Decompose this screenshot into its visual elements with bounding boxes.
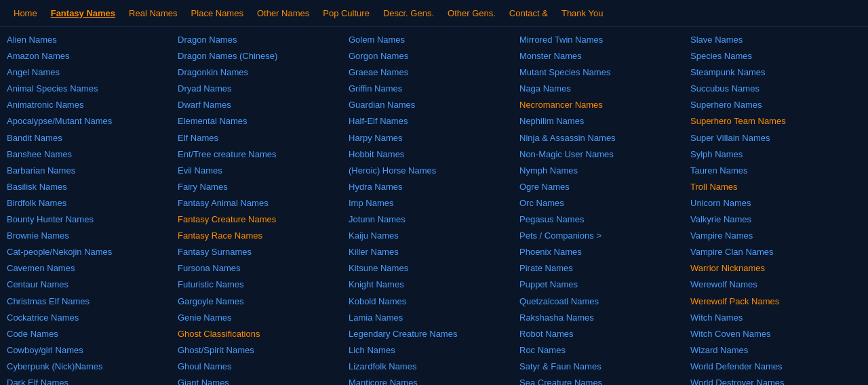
link-species-names[interactable]: Species Names bbox=[690, 49, 861, 64]
link-cockatrice-names[interactable]: Cockatrice Names bbox=[7, 310, 178, 325]
link-dark-elf-names[interactable]: Dark Elf Names bbox=[7, 376, 178, 385]
link-dryad-names[interactable]: Dryad Names bbox=[178, 81, 349, 96]
link-animatronic-names[interactable]: Animatronic Names bbox=[7, 98, 178, 113]
link-code-names[interactable]: Code Names bbox=[7, 327, 178, 342]
nav-item-contact-&[interactable]: Contact & bbox=[502, 8, 555, 18]
link-superhero-team-names[interactable]: Superhero Team Names bbox=[690, 114, 861, 129]
link-succubus-names[interactable]: Succubus Names bbox=[690, 81, 861, 96]
link-killer-names[interactable]: Killer Names bbox=[349, 245, 519, 260]
link-animal-species-names[interactable]: Animal Species Names bbox=[7, 81, 178, 96]
link-robot-names[interactable]: Robot Names bbox=[519, 327, 690, 342]
link-jotunn-names[interactable]: Jotunn Names bbox=[349, 212, 519, 227]
link-lizardfolk-names[interactable]: Lizardfolk Names bbox=[349, 359, 519, 374]
nav-item-real-names[interactable]: Real Names bbox=[122, 8, 184, 18]
link-legendary-creature-names[interactable]: Legendary Creature Names bbox=[349, 327, 519, 342]
link-dragon-names[interactable]: Dragon Names bbox=[178, 33, 349, 47]
link-warrior-nicknames[interactable]: Warrior Nicknames bbox=[690, 261, 861, 276]
link-hydra-names[interactable]: Hydra Names bbox=[349, 180, 519, 195]
link-birdfolk-names[interactable]: Birdfolk Names bbox=[7, 196, 178, 211]
link-amazon-names[interactable]: Amazon Names bbox=[7, 49, 178, 64]
link-ninja-&-assassin-names[interactable]: Ninja & Assassin Names bbox=[519, 131, 690, 146]
nav-item-home[interactable]: Home bbox=[7, 8, 44, 18]
link-hobbit-names[interactable]: Hobbit Names bbox=[349, 147, 519, 162]
link-harpy-names[interactable]: Harpy Names bbox=[349, 131, 519, 146]
link-lamia-names[interactable]: Lamia Names bbox=[349, 310, 519, 325]
link-witch-coven-names[interactable]: Witch Coven Names bbox=[690, 327, 861, 342]
link-ogre-names[interactable]: Ogre Names bbox=[519, 180, 690, 195]
nav-item-other-names[interactable]: Other Names bbox=[250, 8, 316, 18]
link-nephilim-names[interactable]: Nephilim Names bbox=[519, 114, 690, 129]
link-cat-people-nekojin-names[interactable]: Cat-people/Nekojin Names bbox=[7, 245, 178, 260]
link-fantasy-creature-names[interactable]: Fantasy Creature Names bbox=[178, 212, 349, 227]
link-unicorn-names[interactable]: Unicorn Names bbox=[690, 196, 861, 211]
link-pirate-names[interactable]: Pirate Names bbox=[519, 261, 690, 276]
link-mirrored-twin-names[interactable]: Mirrored Twin Names bbox=[519, 33, 690, 47]
link-dwarf-names[interactable]: Dwarf Names bbox=[178, 98, 349, 113]
link-ghost-spirit-names[interactable]: Ghost/Spirit Names bbox=[178, 343, 349, 358]
link-manticore-names[interactable]: Manticore Names bbox=[349, 376, 519, 385]
link-sea-creature-names[interactable]: Sea Creature Names bbox=[519, 376, 690, 385]
link-superhero-names[interactable]: Superhero Names bbox=[690, 98, 861, 113]
nav-item-thank-you[interactable]: Thank You bbox=[555, 8, 610, 18]
link-fantasy-animal-names[interactable]: Fantasy Animal Names bbox=[178, 196, 349, 211]
link-golem-names[interactable]: Golem Names bbox=[349, 33, 519, 47]
link-wizard-names[interactable]: Wizard Names bbox=[690, 343, 861, 358]
link-apocalypse-mutant-names[interactable]: Apocalypse/Mutant Names bbox=[7, 114, 178, 129]
link-banshee-names[interactable]: Banshee Names bbox=[7, 147, 178, 162]
link-non-magic-user-names[interactable]: Non-Magic User Names bbox=[519, 147, 690, 162]
link-roc-names[interactable]: Roc Names bbox=[519, 343, 690, 358]
link-angel-names[interactable]: Angel Names bbox=[7, 65, 178, 80]
link-knight-names[interactable]: Knight Names bbox=[349, 277, 519, 292]
link-tauren-names[interactable]: Tauren Names bbox=[690, 163, 861, 178]
link-quetzalcoatl-names[interactable]: Quetzalcoatl Names bbox=[519, 294, 690, 309]
link-alien-names[interactable]: Alien Names bbox=[7, 33, 178, 47]
link-slave-names[interactable]: Slave Names bbox=[690, 33, 861, 47]
link-phoenix-names[interactable]: Phoenix Names bbox=[519, 245, 690, 260]
link-werewolf-names[interactable]: Werewolf Names bbox=[690, 277, 861, 292]
link-ent-tree-creature-names[interactable]: Ent/Tree creature Names bbox=[178, 147, 349, 162]
link-kaiju-names[interactable]: Kaiju Names bbox=[349, 228, 519, 243]
link-genie-names[interactable]: Genie Names bbox=[178, 310, 349, 325]
link-barbarian-names[interactable]: Barbarian Names bbox=[7, 163, 178, 178]
link-nymph-names[interactable]: Nymph Names bbox=[519, 163, 690, 178]
link-witch-names[interactable]: Witch Names bbox=[690, 310, 861, 325]
link-steampunk-names[interactable]: Steampunk Names bbox=[690, 65, 861, 80]
link-troll-names[interactable]: Troll Names bbox=[690, 180, 861, 195]
link-super-villain-names[interactable]: Super Villain Names bbox=[690, 131, 861, 146]
link-vampire-clan-names[interactable]: Vampire Clan Names bbox=[690, 245, 861, 260]
link-fairy-names[interactable]: Fairy Names bbox=[178, 180, 349, 195]
link-puppet-names[interactable]: Puppet Names bbox=[519, 277, 690, 292]
link-ghoul-names[interactable]: Ghoul Names bbox=[178, 359, 349, 374]
link-brownie-names[interactable]: Brownie Names bbox=[7, 228, 178, 243]
link-sylph-names[interactable]: Sylph Names bbox=[690, 147, 861, 162]
link-graeae-names[interactable]: Graeae Names bbox=[349, 65, 519, 80]
link-vampire-names[interactable]: Vampire Names bbox=[690, 228, 861, 243]
link-dragonkin-names[interactable]: Dragonkin Names bbox=[178, 65, 349, 80]
link-monster-names[interactable]: Monster Names bbox=[519, 49, 690, 64]
link-orc-names[interactable]: Orc Names bbox=[519, 196, 690, 211]
link-elemental-names[interactable]: Elemental Names bbox=[178, 114, 349, 129]
link-giant-names[interactable]: Giant Names bbox=[178, 376, 349, 385]
link-pets---companions--[interactable]: Pets / Companions > bbox=[519, 228, 690, 243]
link-gargoyle-names[interactable]: Gargoyle Names bbox=[178, 294, 349, 309]
nav-item-descr.-gens.[interactable]: Descr. Gens. bbox=[376, 8, 441, 18]
link-naga-names[interactable]: Naga Names bbox=[519, 81, 690, 96]
link-basilisk-names[interactable]: Basilisk Names bbox=[7, 180, 178, 195]
link-fantasy-race-names[interactable]: Fantasy Race Names bbox=[178, 228, 349, 243]
link-half-elf-names[interactable]: Half-Elf Names bbox=[349, 114, 519, 129]
nav-item-place-names[interactable]: Place Names bbox=[184, 8, 250, 18]
link-world-destroyer-names[interactable]: World Destroyer Names bbox=[690, 376, 861, 385]
link-kitsune-names[interactable]: Kitsune Names bbox=[349, 261, 519, 276]
link-futuristic-names[interactable]: Futuristic Names bbox=[178, 277, 349, 292]
nav-item-pop-culture[interactable]: Pop Culture bbox=[316, 8, 376, 18]
link-mutant-species-names[interactable]: Mutant Species Names bbox=[519, 65, 690, 80]
link-elf-names[interactable]: Elf Names bbox=[178, 131, 349, 146]
link-necromancer-names[interactable]: Necromancer Names bbox=[519, 98, 690, 113]
link-christmas-elf-names[interactable]: Christmas Elf Names bbox=[7, 294, 178, 309]
link-lich-names[interactable]: Lich Names bbox=[349, 343, 519, 358]
link-kobold-names[interactable]: Kobold Names bbox=[349, 294, 519, 309]
link-evil-names[interactable]: Evil Names bbox=[178, 163, 349, 178]
link-ghost-classifications[interactable]: Ghost Classifications bbox=[178, 327, 349, 342]
link-bounty-hunter-names[interactable]: Bounty Hunter Names bbox=[7, 212, 178, 227]
link-guardian-names[interactable]: Guardian Names bbox=[349, 98, 519, 113]
